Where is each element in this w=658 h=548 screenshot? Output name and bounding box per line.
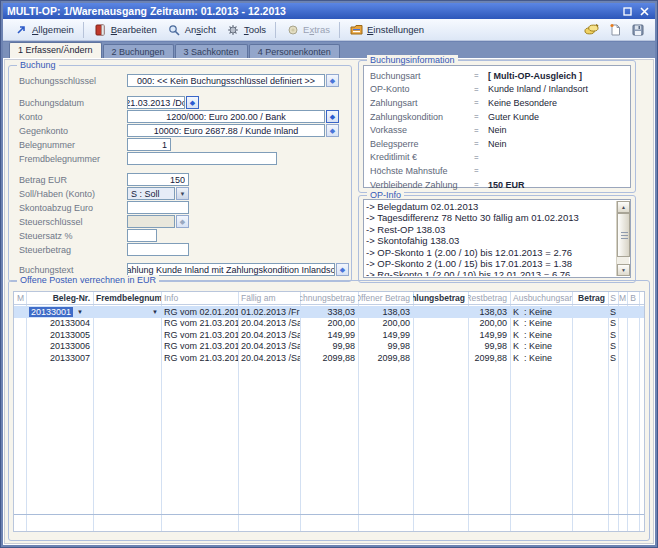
- cell-s: S: [608, 329, 618, 341]
- table-row[interactable]: 20133001▼▼RG vom 02.01.201301.02.2013 /F…: [14, 306, 644, 318]
- cell-beleg[interactable]: 20133001▼: [26, 306, 93, 318]
- steuerbetrag-input[interactable]: [127, 243, 189, 256]
- dropdown-diamond-icon[interactable]: ◆: [186, 96, 199, 109]
- column-header-rechnung[interactable]: Rechnungsbetrag: [300, 292, 358, 304]
- cell-zahlung[interactable]: [413, 341, 468, 353]
- betrag-input[interactable]: [127, 173, 189, 186]
- gegenkonto-combo[interactable]: 10000: Euro 2687.88 / Kunde Inland ◆: [127, 124, 339, 137]
- column-header-b[interactable]: B: [627, 292, 639, 304]
- cell-m: [14, 329, 26, 341]
- cell-zahlung[interactable]: [413, 329, 468, 341]
- steuerschluessel-combo[interactable]: ◆: [127, 215, 189, 228]
- column-header-m2[interactable]: M: [618, 292, 627, 304]
- dropdown-diamond-icon[interactable]: ◆: [326, 124, 339, 137]
- column-header-ausb[interactable]: Ausbuchungsart: [510, 292, 572, 304]
- info-row-label: OP-Konto: [370, 84, 474, 94]
- steuersatz-input[interactable]: [127, 229, 157, 242]
- cell-ausb: K: Keine: [510, 306, 572, 318]
- dropdown-arrow-icon[interactable]: ▼: [152, 309, 158, 315]
- table-row[interactable]: 20133005RG vom 21.03.201320.04.2013 /Sa1…: [14, 329, 644, 341]
- cell-betrag[interactable]: [572, 341, 608, 353]
- column-header-rest[interactable]: Restbetrag: [468, 292, 510, 304]
- cell-betrag[interactable]: [572, 329, 608, 341]
- steuersatz-label: Steuersatz %: [19, 231, 127, 241]
- cell-fremd: [93, 318, 161, 330]
- dropdown-arrow-icon[interactable]: ▼: [176, 187, 189, 200]
- cell-beleg[interactable]: 20133006: [26, 341, 93, 353]
- dropdown-diamond-icon[interactable]: ◆: [336, 263, 349, 276]
- column-header-info[interactable]: Info: [161, 292, 238, 304]
- menu-item-einstellungen[interactable]: Einstellungen: [344, 21, 429, 39]
- konto-combo[interactable]: 1200/000: Euro 200.00 / Bank ◆: [127, 110, 339, 123]
- cell-info: RG vom 21.03.2013: [161, 341, 238, 353]
- menu-item-tools[interactable]: Tools: [221, 21, 271, 39]
- ausbuchung-text: : Keine: [524, 307, 552, 317]
- tab-4[interactable]: 4 Personenkonten: [249, 44, 340, 58]
- buchungsinformation-panel: Buchungsart=[ Multi-OP-Ausgleich ]OP-Kon…: [363, 65, 631, 188]
- menu-item-ansicht[interactable]: Ansicht: [162, 21, 221, 39]
- column-header-s[interactable]: S: [608, 292, 618, 304]
- skontoabzug-input[interactable]: [127, 201, 189, 214]
- field-row-gegenkonto: Gegenkonto 10000: Euro 2687.88 / Kunde I…: [19, 124, 345, 137]
- selected-beleg-number: 20133001: [29, 307, 73, 317]
- save-icon[interactable]: [630, 23, 645, 37]
- dropdown-diamond-icon[interactable]: ◆: [326, 74, 339, 87]
- extras-icon: [285, 23, 300, 37]
- menu-item-bearbeiten[interactable]: Bearbeiten: [88, 21, 162, 39]
- dropdown-diamond-icon[interactable]: ◆: [326, 110, 339, 123]
- cell-zahlung[interactable]: [413, 318, 468, 330]
- column-header-offen[interactable]: Offener Betrag: [358, 292, 413, 304]
- cell-betrag[interactable]: [572, 352, 608, 364]
- steuerbetrag-label: Steuerbetrag: [19, 245, 127, 255]
- scroll-down-icon[interactable]: ▼: [617, 264, 630, 276]
- cell-beleg[interactable]: 20133005: [26, 329, 93, 341]
- column-header-faellig[interactable]: Fällig am: [238, 292, 300, 304]
- column-header-zahlung[interactable]: Zahlungsbetrag: [413, 292, 468, 304]
- tab-2[interactable]: 2 Buchungen: [103, 44, 174, 58]
- offene-posten-table[interactable]: MBeleg-Nr.FremdbelegnummerInfoFällig amR…: [13, 291, 645, 532]
- soll-haben-combo[interactable]: S : Soll ▼: [127, 187, 189, 200]
- cell-betrag[interactable]: [572, 318, 608, 330]
- buchungstext-combo[interactable]: Zahlung Kunde Inland mit Zahlungskonditi…: [127, 263, 349, 276]
- table-row[interactable]: 20133004RG vom 21.03.201320.04.2013 /Sa2…: [14, 318, 644, 330]
- cell-zahlung[interactable]: [413, 352, 468, 364]
- belegnummer-input[interactable]: [127, 138, 171, 151]
- cell-betrag[interactable]: [572, 306, 608, 318]
- info-row-label: Zahlungskondition: [370, 112, 474, 122]
- menu-item-allgemein[interactable]: Allgemein: [9, 21, 79, 39]
- cell-b: [627, 341, 639, 353]
- new-document-icon[interactable]: [607, 23, 622, 37]
- table-row[interactable]: 20133007RG vom 21.03.201320.04.2013 /Sa2…: [14, 352, 644, 364]
- table-row[interactable]: 20133006RG vom 21.03.201320.04.2013 /Sa9…: [14, 341, 644, 353]
- column-header-betrag[interactable]: Betrag: [572, 292, 608, 304]
- app-window: MULTI-OP: 1/Warenausgang Zeitraum: 01.20…: [0, 0, 658, 548]
- tab-1[interactable]: 1 Erfassen/Ändern: [9, 42, 102, 58]
- cell-b: [627, 306, 639, 318]
- dropdown-diamond-icon[interactable]: ◆: [176, 215, 189, 228]
- column-header-fremd[interactable]: Fremdbelegnummer: [93, 292, 161, 304]
- gear-icon: [226, 23, 241, 37]
- konto-value: 1200/000: Euro 200.00 / Bank: [127, 110, 325, 123]
- betrag-label: Betrag EUR: [19, 175, 127, 185]
- scroll-up-icon[interactable]: ▲: [617, 201, 630, 213]
- column-header-m[interactable]: M: [14, 292, 26, 304]
- buchungsschluessel-combo[interactable]: 000: << Kein Buchungsschlüssel definiert…: [127, 74, 339, 87]
- fremdbelegnummer-input[interactable]: [127, 152, 277, 165]
- cell-rest: 2099,88: [468, 352, 510, 364]
- op-info-scrollbar[interactable]: ▲ ▼: [616, 201, 629, 276]
- cell-beleg[interactable]: 20133004: [26, 318, 93, 330]
- cell-beleg[interactable]: 20133007: [26, 352, 93, 364]
- scrollbar-thumb[interactable]: [617, 213, 630, 257]
- tab-3[interactable]: 3 Sachkonten: [175, 44, 248, 58]
- info-row: Zahlungskondition=Guter Kunde: [364, 110, 630, 124]
- close-icon[interactable]: [637, 5, 651, 17]
- cell-zahlung[interactable]: [413, 306, 468, 318]
- ausbuchung-code: K: [513, 318, 524, 328]
- coins-icon[interactable]: [584, 23, 599, 37]
- column-header-beleg[interactable]: Beleg-Nr.: [26, 292, 93, 304]
- restore-icon[interactable]: [620, 5, 634, 17]
- dropdown-arrow-icon[interactable]: ▼: [77, 309, 83, 315]
- cell-faellig: 20.04.2013 /Sa: [238, 318, 300, 330]
- buchungsdatum-combo[interactable]: 21.03.2013 /Do ◆: [127, 96, 199, 109]
- op-info-text: -> Belegdatum 02.01.2013-> Tagesdifferen…: [366, 201, 614, 276]
